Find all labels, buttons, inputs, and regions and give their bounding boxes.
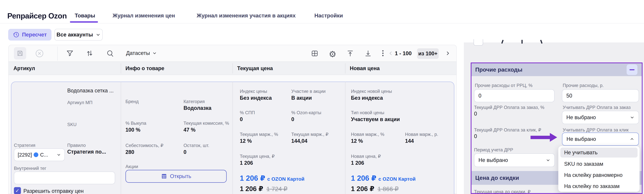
tab-products[interactable]: Товары: [75, 13, 95, 19]
datasets-label: Датасеты: [126, 50, 150, 56]
allow-price-sending-checkbox[interactable]: [14, 187, 21, 194]
chevron-down-icon: [152, 51, 157, 56]
new-price-type-label: Тип новой цены: [351, 110, 384, 115]
upload-icon[interactable]: [346, 50, 354, 57]
next-page-button[interactable]: [445, 50, 451, 56]
recalculate-button[interactable]: Пересчет: [8, 29, 52, 41]
app-header: [0, 0, 644, 24]
column-divider: [232, 63, 233, 74]
cell-divider: [121, 82, 121, 194]
rrc-pct-label: Прочие расходы от РРЦ, %: [475, 83, 532, 88]
sort-icon[interactable]: [86, 49, 94, 57]
drr-order-label: Текущий ДРР Оплата за заказ, %: [474, 105, 544, 110]
more-options-icon[interactable]: [382, 49, 384, 57]
dropdown-option-glue-evenly[interactable]: На склейку равномерно: [560, 170, 638, 180]
drr-period-select[interactable]: Не выбрано: [474, 153, 555, 167]
pagination-range: 1 - 100: [395, 50, 412, 57]
drr-click-select[interactable]: Не выбрано: [562, 132, 639, 146]
column-header-current-price: Текущая цена: [237, 65, 273, 71]
cell-divider: [345, 82, 346, 194]
other-expenses-section-header[interactable]: Прочие расходы: [472, 63, 642, 76]
prev-page-button[interactable]: [388, 50, 394, 56]
cropped-text-fragments: [522, 40, 523, 44]
gear-icon[interactable]: ⚙: [329, 49, 336, 59]
strategy-select[interactable]: [2292] C...: [14, 148, 65, 161]
rule-label: Правило: [67, 143, 86, 148]
promo-participation-value: В акции: [291, 95, 312, 101]
new-price-label: Новая цена, ₽: [351, 154, 381, 159]
current-margin-rub-value: 144,04: [291, 138, 308, 144]
new-margin-pct-label: Новая марж., %: [351, 132, 384, 137]
price-index-value: Без индекса: [240, 95, 272, 101]
new-margin-rub-label: Новая марж., р.: [405, 132, 438, 137]
drr-order-select-value: Не выбрано: [566, 114, 596, 120]
column-header-new-price: Новая цена: [350, 65, 380, 71]
datasets-dropdown[interactable]: Датасеты: [126, 50, 157, 56]
ozon-card-pct-value: 0: [291, 116, 294, 122]
category-label: Категория: [184, 99, 205, 104]
column-header-info: Инфо о товаре: [126, 65, 164, 71]
new-margin-pct-value: 12 %: [351, 138, 363, 144]
price-before-discount-title: Цена до скидки: [475, 175, 519, 181]
current-card-price: 1 206 ₽с OZON Картой: [240, 174, 304, 182]
cost-value: 280: [126, 149, 134, 155]
product-title: Водолазка сетка ...: [67, 88, 114, 94]
dropdown-option-glue-by-orders[interactable]: На склейку по заказам: [560, 181, 638, 191]
current-price-value: 1 206: [240, 160, 253, 166]
buyout-value: 100 %: [126, 127, 140, 133]
internal-tag-input[interactable]: [14, 172, 115, 184]
pagination-total-badge: из 100+: [417, 48, 439, 59]
sku-label: SKU: [67, 122, 76, 127]
spp-value: 0: [240, 116, 243, 122]
recalculate-label: Пересчет: [22, 32, 47, 38]
filter-icon[interactable]: [66, 49, 74, 57]
spp-label: % СПП: [240, 110, 255, 115]
promos-open-label: Открыть: [170, 173, 191, 179]
rrc-pct-input[interactable]: [474, 89, 554, 102]
other-expenses-title: Прочие расходы: [475, 67, 522, 73]
other-expenses-rub-input[interactable]: [562, 89, 639, 102]
repricer-ozon-app: Репрайсер Ozon Товары Журнал изменения ц…: [0, 0, 644, 194]
promos-open-button[interactable]: Открыть: [126, 170, 227, 183]
column-header-article: Артикул: [14, 65, 35, 71]
price-index-label: Индекс цены: [240, 89, 267, 94]
save-button[interactable]: [14, 47, 26, 59]
allow-price-sending-label: Разрешить отправку цен: [24, 188, 84, 194]
drr-order-select-label: Учитывать ДРР Оплата за заказ: [563, 105, 630, 110]
app-logo: Репрайсер Ozon: [7, 12, 67, 20]
drr-click-label: Текущий ДРР Оплата за клик, ₽: [474, 127, 541, 133]
new-final-price-row: 1 206 ₽1 866 ₽: [351, 185, 398, 193]
column-divider: [345, 63, 346, 74]
stock-label: Остаток, шт.: [184, 143, 209, 148]
tab-settings[interactable]: Настройки: [314, 13, 343, 19]
cropped-checkbox[interactable]: [474, 39, 483, 46]
collapse-section-button[interactable]: [626, 64, 638, 75]
new-price-type-value: Участвуем в акции: [351, 116, 400, 122]
brand-label: Бренд: [126, 99, 139, 104]
commission-label: Текущая комиссия, %: [184, 121, 229, 126]
current-final-price-row: 1 206 ₽1 724 ₽: [240, 185, 287, 193]
cancel-button[interactable]: [35, 49, 44, 58]
category-value: Водолазка: [184, 105, 212, 111]
annotation-arrow-head: [550, 133, 557, 142]
table-layout-icon[interactable]: [311, 50, 319, 57]
drr-order-select[interactable]: Не выбрано: [562, 111, 639, 124]
download-icon[interactable]: [364, 50, 372, 57]
tab-price-change-log[interactable]: Журнал изменения цен: [112, 13, 175, 19]
promos-label: Акции: [126, 164, 138, 169]
current-price-before-discount-label: Текущая цена до скидки, ₽: [474, 189, 530, 194]
tab-promo-participation-log[interactable]: Журнал изменения участия в акциях: [197, 13, 296, 19]
dropdown-option-do-not-count[interactable]: Не учитывать: [560, 148, 638, 157]
chevron-down-icon: [96, 32, 100, 37]
annotation-arrow: [530, 136, 551, 139]
chevron-down-icon: [56, 152, 61, 157]
new-price-value: 1 206: [351, 160, 364, 166]
rule-value: Стратегия по...: [67, 149, 106, 155]
drr-period-label: Период учета ДРР: [474, 147, 513, 152]
accounts-selector[interactable]: Все аккаунты: [54, 29, 103, 41]
history-clock-icon: [13, 31, 20, 38]
search-icon[interactable]: [106, 49, 114, 57]
strategy-select-value: [2292]: [18, 152, 32, 158]
active-tab-underline: [70, 21, 98, 23]
dropdown-option-sku-by-orders[interactable]: SKU по заказам: [560, 159, 638, 169]
